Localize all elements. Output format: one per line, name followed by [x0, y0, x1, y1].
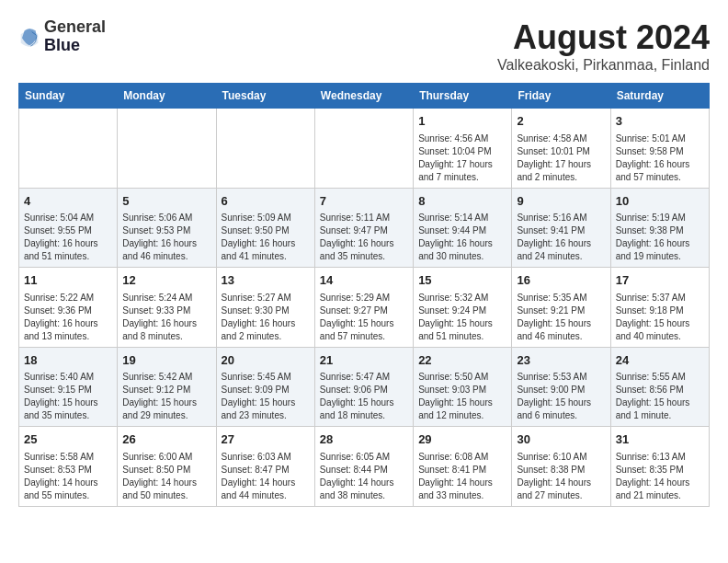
day-info: Sunrise: 5:27 AM Sunset: 9:30 PM Dayligh…	[222, 292, 310, 343]
weekday-header-thursday: Thursday	[414, 84, 512, 109]
day-number: 13	[222, 271, 310, 290]
day-number: 17	[616, 271, 704, 290]
day-info: Sunrise: 5:09 AM Sunset: 9:50 PM Dayligh…	[222, 212, 310, 263]
day-number: 1	[418, 112, 506, 131]
calendar-cell: 26Sunrise: 6:00 AM Sunset: 8:50 PM Dayli…	[118, 427, 216, 507]
calendar-cell: 17Sunrise: 5:37 AM Sunset: 9:18 PM Dayli…	[610, 268, 709, 348]
calendar-cell: 23Sunrise: 5:53 AM Sunset: 9:00 PM Dayli…	[512, 347, 610, 427]
calendar-cell: 9Sunrise: 5:16 AM Sunset: 9:41 PM Daylig…	[512, 188, 610, 268]
logo-icon	[18, 24, 40, 50]
day-info: Sunrise: 5:06 AM Sunset: 9:53 PM Dayligh…	[122, 212, 210, 263]
day-number: 18	[24, 351, 112, 370]
calendar-cell: 3Sunrise: 5:01 AM Sunset: 9:58 PM Daylig…	[610, 109, 709, 189]
calendar-cell: 13Sunrise: 5:27 AM Sunset: 9:30 PM Dayli…	[216, 268, 314, 348]
calendar-cell: 30Sunrise: 6:10 AM Sunset: 8:38 PM Dayli…	[512, 427, 610, 507]
day-info: Sunrise: 5:11 AM Sunset: 9:47 PM Dayligh…	[320, 212, 408, 263]
calendar-cell: 5Sunrise: 5:06 AM Sunset: 9:53 PM Daylig…	[118, 188, 216, 268]
calendar-cell: 2Sunrise: 4:58 AM Sunset: 10:01 PM Dayli…	[512, 109, 610, 189]
day-info: Sunrise: 6:13 AM Sunset: 8:35 PM Dayligh…	[616, 451, 704, 502]
day-info: Sunrise: 5:14 AM Sunset: 9:44 PM Dayligh…	[418, 212, 506, 263]
day-number: 25	[24, 431, 112, 449]
logo-text: General Blue	[44, 18, 106, 55]
day-info: Sunrise: 5:22 AM Sunset: 9:36 PM Dayligh…	[24, 292, 112, 343]
day-number: 2	[517, 112, 605, 131]
calendar-cell: 25Sunrise: 5:58 AM Sunset: 8:53 PM Dayli…	[19, 427, 118, 507]
calendar-week-3: 11Sunrise: 5:22 AM Sunset: 9:36 PM Dayli…	[19, 268, 710, 348]
logo-line2: Blue	[44, 37, 106, 55]
day-number: 7	[320, 192, 408, 211]
day-info: Sunrise: 4:58 AM Sunset: 10:01 PM Daylig…	[517, 132, 605, 184]
logo: General Blue	[18, 18, 106, 55]
calendar-cell: 16Sunrise: 5:35 AM Sunset: 9:21 PM Dayli…	[512, 268, 610, 348]
weekday-header-monday: Monday	[118, 84, 216, 109]
calendar-cell: 21Sunrise: 5:47 AM Sunset: 9:06 PM Dayli…	[314, 347, 413, 427]
day-number: 6	[222, 192, 310, 211]
calendar-cell: 11Sunrise: 5:22 AM Sunset: 9:36 PM Dayli…	[19, 268, 118, 348]
day-number: 20	[222, 351, 310, 370]
weekday-header-wednesday: Wednesday	[314, 84, 413, 109]
calendar-cell: 1Sunrise: 4:56 AM Sunset: 10:04 PM Dayli…	[414, 109, 512, 189]
weekday-header-row: SundayMondayTuesdayWednesdayThursdayFrid…	[19, 84, 710, 109]
day-info: Sunrise: 5:24 AM Sunset: 9:33 PM Dayligh…	[122, 292, 210, 343]
day-number: 12	[122, 271, 210, 290]
day-info: Sunrise: 6:00 AM Sunset: 8:50 PM Dayligh…	[122, 451, 210, 502]
day-info: Sunrise: 5:40 AM Sunset: 9:15 PM Dayligh…	[24, 371, 112, 422]
calendar-cell: 29Sunrise: 6:08 AM Sunset: 8:41 PM Dayli…	[414, 427, 512, 507]
day-number: 9	[517, 192, 605, 211]
day-info: Sunrise: 5:58 AM Sunset: 8:53 PM Dayligh…	[24, 451, 112, 502]
calendar-cell	[118, 109, 216, 189]
day-number: 24	[616, 351, 704, 370]
day-number: 31	[616, 431, 704, 449]
calendar-cell: 6Sunrise: 5:09 AM Sunset: 9:50 PM Daylig…	[216, 188, 314, 268]
day-info: Sunrise: 5:50 AM Sunset: 9:03 PM Dayligh…	[418, 371, 506, 422]
calendar-cell	[19, 109, 118, 189]
calendar-cell: 31Sunrise: 6:13 AM Sunset: 8:35 PM Dayli…	[610, 427, 709, 507]
day-number: 14	[320, 271, 408, 290]
day-info: Sunrise: 6:05 AM Sunset: 8:44 PM Dayligh…	[320, 451, 408, 502]
day-number: 27	[222, 431, 310, 449]
logo-line1: General	[44, 18, 106, 37]
day-info: Sunrise: 5:32 AM Sunset: 9:24 PM Dayligh…	[418, 292, 506, 343]
weekday-header-saturday: Saturday	[610, 84, 709, 109]
day-number: 28	[320, 431, 408, 449]
calendar-cell	[314, 109, 413, 189]
day-number: 26	[122, 431, 210, 449]
day-info: Sunrise: 6:10 AM Sunset: 8:38 PM Dayligh…	[517, 451, 605, 502]
day-info: Sunrise: 5:35 AM Sunset: 9:21 PM Dayligh…	[517, 292, 605, 343]
calendar-cell: 27Sunrise: 6:03 AM Sunset: 8:47 PM Dayli…	[216, 427, 314, 507]
calendar-cell: 24Sunrise: 5:55 AM Sunset: 8:56 PM Dayli…	[610, 347, 709, 427]
calendar-cell: 20Sunrise: 5:45 AM Sunset: 9:09 PM Dayli…	[216, 347, 314, 427]
day-number: 23	[517, 351, 605, 370]
month-year: August 2024	[497, 18, 710, 57]
day-number: 16	[517, 271, 605, 290]
day-info: Sunrise: 5:19 AM Sunset: 9:38 PM Dayligh…	[616, 212, 704, 263]
calendar-cell: 19Sunrise: 5:42 AM Sunset: 9:12 PM Dayli…	[118, 347, 216, 427]
day-number: 19	[122, 351, 210, 370]
weekday-header-tuesday: Tuesday	[216, 84, 314, 109]
day-info: Sunrise: 6:03 AM Sunset: 8:47 PM Dayligh…	[222, 451, 310, 502]
day-info: Sunrise: 5:53 AM Sunset: 9:00 PM Dayligh…	[517, 371, 605, 422]
day-info: Sunrise: 5:01 AM Sunset: 9:58 PM Dayligh…	[616, 132, 704, 184]
day-info: Sunrise: 5:37 AM Sunset: 9:18 PM Dayligh…	[616, 292, 704, 343]
title-block: August 2024 Valkeakoski, Pirkanmaa, Finl…	[497, 18, 710, 74]
day-info: Sunrise: 5:16 AM Sunset: 9:41 PM Dayligh…	[517, 212, 605, 263]
day-number: 4	[24, 192, 112, 211]
day-info: Sunrise: 6:08 AM Sunset: 8:41 PM Dayligh…	[418, 451, 506, 502]
day-number: 30	[517, 431, 605, 449]
calendar-cell: 10Sunrise: 5:19 AM Sunset: 9:38 PM Dayli…	[610, 188, 709, 268]
calendar-cell: 4Sunrise: 5:04 AM Sunset: 9:55 PM Daylig…	[19, 188, 118, 268]
calendar-week-1: 1Sunrise: 4:56 AM Sunset: 10:04 PM Dayli…	[19, 109, 710, 189]
location: Valkeakoski, Pirkanmaa, Finland	[497, 57, 710, 74]
day-number: 10	[616, 192, 704, 211]
calendar-cell: 28Sunrise: 6:05 AM Sunset: 8:44 PM Dayli…	[314, 427, 413, 507]
weekday-header-sunday: Sunday	[19, 84, 118, 109]
calendar-week-4: 18Sunrise: 5:40 AM Sunset: 9:15 PM Dayli…	[19, 347, 710, 427]
calendar-cell: 18Sunrise: 5:40 AM Sunset: 9:15 PM Dayli…	[19, 347, 118, 427]
calendar-cell	[216, 109, 314, 189]
calendar-cell: 7Sunrise: 5:11 AM Sunset: 9:47 PM Daylig…	[314, 188, 413, 268]
day-number: 3	[616, 112, 704, 131]
day-number: 8	[418, 192, 506, 211]
day-info: Sunrise: 5:47 AM Sunset: 9:06 PM Dayligh…	[320, 371, 408, 422]
day-number: 22	[418, 351, 506, 370]
day-number: 11	[24, 271, 112, 290]
